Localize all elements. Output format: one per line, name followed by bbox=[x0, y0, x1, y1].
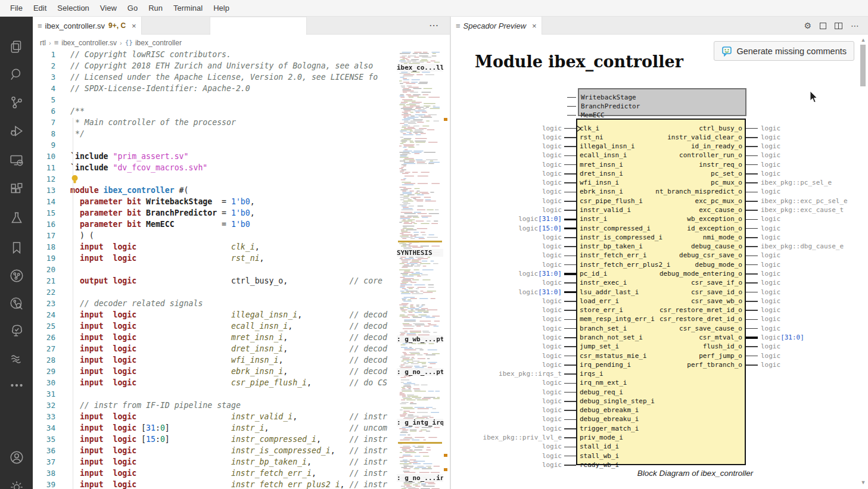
line-number[interactable]: 13 bbox=[33, 185, 55, 196]
code-line[interactable]: 21 output logic ctrl_busy_o, // core bbox=[33, 275, 398, 286]
code-search-icon[interactable] bbox=[9, 296, 24, 312]
lightbulb-icon[interactable] bbox=[70, 175, 79, 184]
code-line[interactable]: 22 bbox=[33, 286, 398, 298]
line-number[interactable]: 33 bbox=[33, 411, 55, 422]
code-line[interactable]: 19 input logic rst_ni, bbox=[33, 253, 398, 264]
line-number[interactable]: 10 bbox=[33, 151, 55, 162]
editor-actions-more-icon[interactable]: ⋯ bbox=[429, 20, 439, 31]
code-line[interactable]: 31 bbox=[33, 388, 398, 400]
source-control-icon[interactable] bbox=[9, 95, 24, 110]
line-number[interactable]: 9 bbox=[33, 139, 55, 151]
run-debug-icon[interactable] bbox=[9, 123, 24, 139]
code-line[interactable]: 29 input logic ebrk_insn_i, // decod bbox=[33, 366, 398, 377]
code-line[interactable]: 17 ) ( bbox=[33, 230, 398, 241]
menu-go[interactable]: Go bbox=[122, 0, 143, 17]
menu-help[interactable]: Help bbox=[208, 0, 235, 17]
line-number[interactable]: 35 bbox=[33, 434, 55, 445]
line-number[interactable]: 4 bbox=[33, 83, 55, 94]
menu-view[interactable]: View bbox=[95, 0, 122, 17]
code-line[interactable]: 8 */ bbox=[33, 128, 398, 139]
scrollbar-thumb[interactable] bbox=[860, 45, 866, 86]
line-number[interactable]: 2 bbox=[33, 60, 55, 71]
tab-ibex-controller[interactable]: ≡ ibex_controller.sv 9+, C × bbox=[33, 17, 142, 35]
breadcrumb-symbol[interactable]: ibex_controller bbox=[135, 39, 182, 47]
line-number[interactable]: 31 bbox=[33, 388, 55, 400]
code-line[interactable]: 15 parameter bit BranchPredictor = 1'b0, bbox=[33, 207, 398, 219]
line-number[interactable]: 34 bbox=[33, 422, 55, 434]
code-line[interactable]: 38 input logic instr_fetch_err_i, // ins… bbox=[33, 468, 398, 479]
search-icon[interactable] bbox=[9, 67, 24, 82]
code-line[interactable]: 20 bbox=[33, 264, 398, 275]
pipeline-icon[interactable] bbox=[9, 268, 24, 284]
waves-icon[interactable] bbox=[9, 351, 24, 366]
preview-more-actions-icon[interactable]: ⋯ bbox=[851, 21, 860, 30]
line-number[interactable]: 29 bbox=[33, 366, 55, 377]
project-tree-icon[interactable] bbox=[9, 323, 24, 338]
line-number[interactable]: 17 bbox=[33, 230, 55, 241]
tab-close-icon[interactable]: × bbox=[132, 21, 136, 30]
scroll-up-arrow-icon[interactable]: ▲ bbox=[860, 38, 867, 43]
preview-open-file-icon[interactable] bbox=[820, 23, 826, 29]
line-number[interactable]: 7 bbox=[33, 117, 55, 128]
code-line[interactable]: 9 bbox=[33, 139, 398, 151]
test-beaker-icon[interactable] bbox=[9, 210, 24, 226]
line-number[interactable]: 39 bbox=[33, 479, 55, 489]
menu-run[interactable]: Run bbox=[143, 0, 168, 17]
line-number[interactable]: 6 bbox=[33, 105, 55, 117]
code-line[interactable]: 14 parameter bit WritebackStage = 1'b0, bbox=[33, 196, 398, 207]
code-line[interactable]: 11`include "dv_fcov_macros.svh" bbox=[33, 162, 398, 173]
line-number[interactable]: 22 bbox=[33, 286, 55, 298]
settings-gear-icon[interactable] bbox=[9, 479, 24, 489]
code-line[interactable]: 16 parameter bit MemECC = 1'b0 bbox=[33, 219, 398, 230]
line-number[interactable]: 32 bbox=[33, 400, 55, 411]
line-number[interactable]: 15 bbox=[33, 207, 55, 219]
code-line[interactable]: 2// Copyright 2018 ETH Zurich and Univer… bbox=[33, 60, 398, 71]
line-number[interactable]: 24 bbox=[33, 309, 55, 320]
bookmarks-icon[interactable] bbox=[9, 240, 24, 256]
line-number[interactable]: 30 bbox=[33, 377, 55, 388]
line-number[interactable]: 3 bbox=[33, 71, 55, 83]
code-editor[interactable]: 1// Copyright lowRISC contributors.2// C… bbox=[33, 49, 398, 489]
remote-explorer-icon[interactable] bbox=[9, 152, 24, 168]
tab-close-icon[interactable]: × bbox=[532, 21, 537, 30]
code-line[interactable]: 7 * Main controller of the processor bbox=[33, 117, 398, 128]
line-number[interactable]: 25 bbox=[33, 320, 55, 332]
files-icon[interactable] bbox=[9, 39, 24, 55]
code-line[interactable]: 10`include "prim_assert.sv" bbox=[33, 151, 398, 162]
line-number[interactable]: 36 bbox=[33, 445, 55, 456]
extensions-icon[interactable] bbox=[9, 182, 24, 197]
line-number[interactable]: 18 bbox=[33, 241, 55, 253]
line-number[interactable]: 21 bbox=[33, 275, 55, 286]
line-number[interactable]: 8 bbox=[33, 128, 55, 139]
line-number[interactable]: 38 bbox=[33, 468, 55, 479]
account-icon[interactable] bbox=[9, 450, 24, 465]
code-line[interactable]: 13module ibex_controller #( bbox=[33, 185, 398, 196]
code-line[interactable]: 25 input logic ecall_insn_i, // decod bbox=[33, 320, 398, 332]
code-line[interactable]: 27 input logic dret_insn_i, // decod bbox=[33, 343, 398, 354]
code-line[interactable]: 1// Copyright lowRISC contributors. bbox=[33, 49, 398, 60]
scroll-down-arrow-icon[interactable]: ▼ bbox=[860, 480, 867, 485]
code-line[interactable]: 6/** bbox=[33, 105, 398, 117]
code-line[interactable]: 24 input logic illegal_insn_i, // decod bbox=[33, 309, 398, 320]
line-number[interactable]: 37 bbox=[33, 456, 55, 468]
code-line[interactable]: 34 input logic [31:0] instr_i, // uncom bbox=[33, 422, 398, 434]
split-editor-icon[interactable] bbox=[835, 23, 842, 29]
line-number[interactable]: 16 bbox=[33, 219, 55, 230]
line-number[interactable]: 11 bbox=[33, 162, 55, 173]
line-number[interactable]: 23 bbox=[33, 298, 55, 309]
code-line[interactable]: 35 input logic [15:0] instr_compressed_i… bbox=[33, 434, 398, 445]
tab-specador-preview[interactable]: ≡ Specador Preview × bbox=[451, 17, 542, 35]
code-line[interactable]: 26 input logic mret_insn_i, // decod bbox=[33, 332, 398, 343]
code-line[interactable]: 32 // instr from IF-ID pipeline stage bbox=[33, 400, 398, 411]
preview-settings-gear-icon[interactable]: ⚙ bbox=[804, 21, 811, 30]
line-number[interactable]: 28 bbox=[33, 354, 55, 366]
line-number[interactable]: 12 bbox=[33, 173, 55, 185]
code-line[interactable]: 23 // decoder related signals bbox=[33, 298, 398, 309]
code-line[interactable]: 30 input logic csr_pipe_flush_i, // do C… bbox=[33, 377, 398, 388]
menu-terminal[interactable]: Terminal bbox=[168, 0, 208, 17]
line-number[interactable]: 1 bbox=[33, 49, 55, 60]
code-line[interactable]: 33 input logic instr_valid_i, // instr bbox=[33, 411, 398, 422]
line-number[interactable]: 14 bbox=[33, 196, 55, 207]
line-number[interactable]: 19 bbox=[33, 253, 55, 264]
menu-edit[interactable]: Edit bbox=[28, 0, 52, 17]
